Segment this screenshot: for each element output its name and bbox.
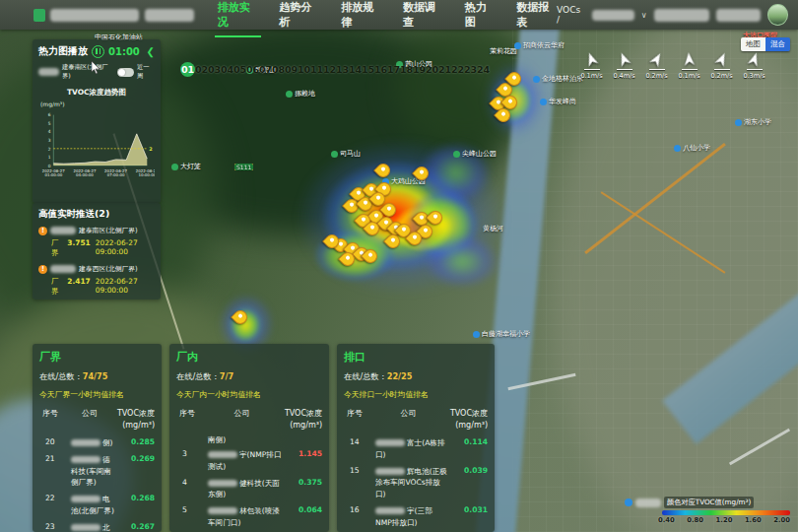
map-label: 金地格林泊乐	[533, 74, 583, 84]
timeline-hour-17[interactable]: 17	[387, 62, 400, 77]
avatar[interactable]	[767, 4, 788, 26]
wind-indicator: 0.1m/s	[677, 51, 701, 80]
table-row[interactable]: 22电池(北侧厂界)0.268	[39, 494, 155, 517]
table-row[interactable]: 4健科技(天面东侧)0.375	[176, 478, 322, 501]
table-row[interactable]: 16宇(三部NMP排放口)0.031	[344, 505, 488, 529]
wind-indicator: 0.2m/s	[644, 51, 669, 80]
push-station: 建泰西区(北侧厂界)	[79, 264, 138, 274]
tab-排放规律[interactable]: 排放规律	[341, 0, 381, 32]
map-label: 大灯笼	[171, 162, 201, 171]
timeline-hour-23[interactable]: 23	[464, 62, 477, 77]
panel-title: 厂界	[39, 350, 155, 365]
col-value: TVOC浓度(mg/m³)	[279, 408, 322, 432]
pause-icon[interactable]	[92, 45, 104, 58]
tab-趋势分析[interactable]: 趋势分析	[280, 0, 320, 32]
timeline-hour-02[interactable]: 02	[195, 62, 208, 77]
timeline-hour-21[interactable]: 21	[438, 62, 451, 77]
row-company: 侧)	[71, 437, 115, 449]
tab-数据报表[interactable]: 数据报表	[516, 0, 557, 32]
table-header: 序号 公司 TVOC浓度(mg/m³)	[39, 408, 155, 432]
timeline-hour-04[interactable]: 04	[221, 62, 233, 77]
range-label[interactable]: 近一周	[137, 63, 155, 81]
table-row[interactable]: 21德科技(车间南侧厂界)0.269	[39, 454, 155, 489]
timeline-hour-16[interactable]: 16	[374, 62, 387, 77]
redacted-logo-text	[50, 9, 139, 22]
online-value: 7/7	[220, 371, 233, 381]
collapse-chevron-icon[interactable]: ❮	[147, 46, 155, 57]
timeline-hour-03[interactable]: 03	[208, 62, 221, 77]
voc-dashboard: 中国石化加油站大沽口医院鹤兜山摞赖地司马山大灯笼茜山公园大鸡山公园尖峰山公园茉莉…	[0, 0, 798, 532]
redacted-company	[375, 439, 405, 446]
legend-tick: 0.40	[658, 516, 675, 524]
table-row[interactable]: 5林包装(喷漆车间门口)0.064	[176, 505, 322, 529]
top-bar: 排放实况趋势分析排放规律数据调查热力图数据报表 VOCs / ∨	[0, 0, 798, 30]
online-label: 在线/总数：	[176, 371, 220, 381]
map-type-normal-button[interactable]: 地图	[741, 37, 765, 51]
col-value: TVOC浓度(mg/m³)	[111, 408, 155, 432]
outlet-panel: 排口 在线/总数：22/25 今天排口一小时均值排名 序号 公司 TVOC浓度(…	[337, 344, 495, 532]
push-time: 2022-06-27 09:00:00	[96, 277, 155, 297]
timeline-hour-10[interactable]: 10	[298, 62, 310, 77]
timeline-hour-11[interactable]: 11	[310, 62, 323, 77]
app-logo-icon	[33, 9, 45, 22]
timeline-hour-19[interactable]: 19	[413, 62, 426, 77]
row-company: 林包装(喷漆车间门口)	[208, 505, 283, 529]
push-item[interactable]: !建泰南区(北侧厂界)厂界3.7512022-06-27 09:00:00	[38, 226, 155, 258]
wind-arrow-icon	[710, 48, 733, 71]
timeline-hour-06[interactable]: 06	[246, 62, 259, 77]
station-name[interactable]: 建泰南区(北侧厂界)	[62, 63, 114, 81]
tab-数据调查[interactable]: 数据调查	[403, 0, 443, 32]
timeline-hour-20[interactable]: 20	[426, 62, 438, 77]
station-toggle[interactable]	[117, 68, 134, 77]
col-no: 序号	[176, 408, 205, 419]
chevron-down-icon[interactable]: ∨	[641, 11, 647, 20]
row-company: 宇(NMP排口测试)	[208, 449, 283, 473]
timeline-hour-08[interactable]: 08	[272, 62, 285, 77]
table-row[interactable]: 3宇(NMP排口测试)1.145	[176, 449, 322, 473]
timeline-hour-18[interactable]: 18	[400, 62, 413, 77]
push-panel-title: 高值实时推送(2)	[38, 208, 155, 221]
timeline-hour-22[interactable]: 22	[451, 62, 464, 77]
timeline-hour-14[interactable]: 14	[349, 62, 362, 77]
redacted-company	[71, 456, 100, 463]
timeline-hour-12[interactable]: 12	[323, 62, 336, 77]
svg-text:1: 1	[48, 155, 51, 160]
hour-timeline: 0102030405060708091011121314151617181920…	[180, 62, 490, 77]
redacted-company	[50, 265, 76, 273]
playback-time: 01:00	[108, 46, 140, 57]
push-value: 3.751	[67, 238, 90, 258]
row-company: 辉电池(正极涂布车间VOCs排放口)	[375, 466, 448, 500]
timeline-hour-13[interactable]: 13	[336, 62, 349, 77]
timeline-hour-24[interactable]: 24	[477, 62, 490, 77]
wrapped-row-remainder: 南侧)	[208, 435, 322, 445]
heatmap-playback-panel: 热力图播放 01:00 ❮ 建泰南区(北侧厂界) 近一周 TVOC浓度趋势图 (…	[33, 39, 161, 203]
table-row[interactable]: 15辉电池(正极涂布车间VOCs排放口)0.039	[344, 466, 488, 500]
map-type-mix-button[interactable]: 混合	[765, 37, 790, 51]
wind-indicator: 0.2m/s	[709, 51, 734, 80]
wind-indicator: 0.1m/s	[579, 51, 604, 80]
table-row[interactable]: 23北区(东侧厂界)0.267	[39, 522, 155, 532]
col-value: TVOC浓度(mg/m³)	[444, 408, 488, 432]
col-no: 序号	[39, 408, 68, 419]
timeline-hour-01[interactable]: 01	[180, 62, 195, 77]
table-row[interactable]: 20侧)0.285	[39, 437, 155, 449]
in-plant-panel: 厂内 在线/总数：7/7 今天厂内一小时均值排名 序号 公司 TVOC浓度(mg…	[169, 344, 329, 532]
table-row[interactable]: 14富士(A栋排口)0.114	[344, 437, 488, 461]
tab-排放实况[interactable]: 排放实况	[218, 0, 258, 32]
timeline-hour-15[interactable]: 15	[362, 62, 374, 77]
tab-热力图[interactable]: 热力图	[465, 0, 496, 32]
station-pin[interactable]	[231, 307, 250, 327]
table-header: 序号 公司 TVOC浓度(mg/m³)	[344, 408, 488, 432]
col-company: 公司	[372, 408, 444, 419]
timeline-hour-07[interactable]: 07	[259, 62, 272, 77]
push-item[interactable]: !建泰西区(北侧厂界)厂界2.4172022-06-27 09:00:00	[38, 264, 155, 297]
redacted-company	[375, 468, 405, 475]
chart-y-unit: (mg/m³)	[40, 100, 155, 107]
col-company: 公司	[68, 408, 111, 419]
redacted-select-value[interactable]	[592, 10, 634, 21]
timeline-hour-05[interactable]: 05	[233, 62, 246, 77]
mountain-icon	[331, 151, 338, 158]
redacted-logo-text	[145, 9, 193, 22]
legend-tick: 1.20	[716, 516, 733, 524]
timeline-hour-09[interactable]: 09	[285, 62, 298, 77]
